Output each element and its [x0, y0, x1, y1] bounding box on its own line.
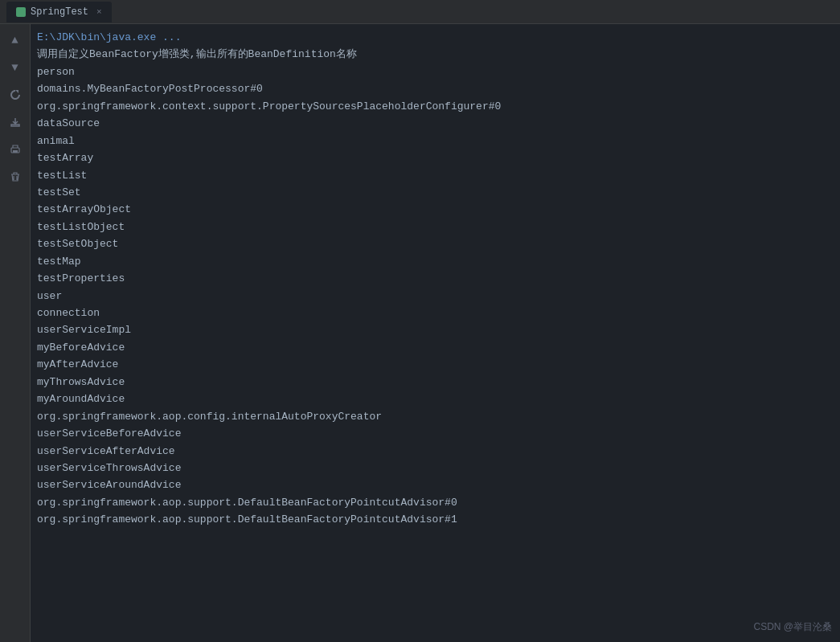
list-item: myBeforeAdvice — [37, 339, 834, 356]
console-header-line: 调用自定义BeanFactory增强类,输出所有的BeanDefinition名… — [37, 46, 834, 63]
list-item: testList — [37, 167, 834, 184]
list-item: user — [37, 288, 834, 305]
list-item: testMap — [37, 253, 834, 270]
list-item: myAfterAdvice — [37, 356, 834, 373]
tab-close-btn[interactable]: × — [96, 7, 102, 17]
watermark: CSDN @举目沦桑 — [753, 620, 832, 634]
console-lines: persondomains.MyBeanFactoryPostProcessor… — [37, 63, 834, 529]
spring-test-tab[interactable]: SpringTest × — [6, 2, 112, 22]
console-area[interactable]: E:\JDK\bin\java.exe ... 调用自定义BeanFactory… — [31, 24, 840, 642]
main-content: ▲ ▼ E:\JDK\bin\java.exe .. — [0, 24, 840, 642]
print-btn[interactable] — [6, 140, 25, 159]
scroll-down-btn[interactable]: ▼ — [6, 58, 25, 77]
list-item: person — [37, 63, 834, 80]
list-item: testArrayObject — [37, 201, 834, 218]
download-btn[interactable] — [6, 112, 25, 132]
list-item: userServiceAfterAdvice — [37, 443, 834, 460]
list-item: org.springframework.aop.support.DefaultB… — [37, 494, 834, 511]
list-item: testSet — [37, 184, 834, 201]
console-path-line: E:\JDK\bin\java.exe ... — [37, 29, 834, 46]
list-item: testListObject — [37, 219, 834, 235]
list-item: userServiceAroundAdvice — [37, 476, 834, 493]
list-item: myAroundAdvice — [37, 391, 834, 407]
svg-marker-0 — [15, 90, 18, 93]
tab-icon — [16, 7, 26, 17]
left-toolbar: ▲ ▼ — [0, 24, 31, 642]
list-item: connection — [37, 305, 834, 321]
rerun-btn[interactable] — [6, 85, 25, 104]
list-item: userServiceBeforeAdvice — [37, 425, 834, 442]
list-item: org.springframework.aop.config.internalA… — [37, 408, 834, 425]
scroll-up-btn[interactable]: ▲ — [6, 31, 25, 50]
title-bar: SpringTest × — [0, 0, 840, 24]
list-item: userServiceThrowsAdvice — [37, 460, 834, 476]
list-item: animal — [37, 133, 834, 149]
list-item: domains.MyBeanFactoryPostProcessor#0 — [37, 80, 834, 97]
clear-btn[interactable] — [6, 167, 25, 186]
list-item: testArray — [37, 149, 834, 166]
tab-label: SpringTest — [31, 6, 88, 18]
list-item: testSetObject — [37, 235, 834, 252]
list-item: myThrowsAdvice — [37, 374, 834, 391]
svg-rect-2 — [13, 150, 18, 153]
list-item: testProperties — [37, 270, 834, 287]
list-item: org.springframework.aop.support.DefaultB… — [37, 511, 834, 528]
list-item: dataSource — [37, 115, 834, 132]
list-item: userServiceImpl — [37, 321, 834, 338]
list-item: org.springframework.context.support.Prop… — [37, 98, 834, 115]
